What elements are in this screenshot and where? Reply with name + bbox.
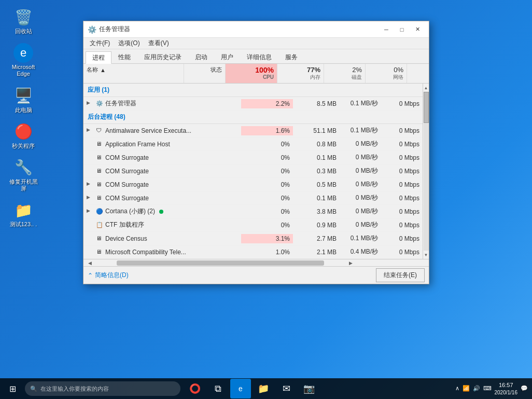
process-status — [200, 130, 241, 132]
process-name-cell: ▶ 🖥 COM Surrogate — [83, 180, 200, 189]
process-mem: 51.1 MB — [293, 126, 340, 135]
process-status — [200, 238, 241, 240]
process-mem: 0.9 MB — [293, 221, 340, 230]
test-folder-icon[interactable]: 📁 测试123.. . — [5, 198, 41, 230]
taskbar-search[interactable]: 🔍 在这里输入你要搜索的内容 — [25, 381, 180, 396]
taskbar-clock[interactable]: 16:57 2020/1/16 — [495, 381, 518, 395]
table-row[interactable]: ▶ ⚙️ 任务管理器 2.2% 8.5 MB 0.1 MB/秒 0 Mbps — [83, 97, 423, 111]
shutdown-icon[interactable]: 🔴 秒关程序 — [5, 120, 41, 152]
table-row[interactable]: ▶ 🔵 Cortana (小娜) (2) 0% 3.8 MB 0 MB/秒 0 … — [83, 205, 423, 218]
process-mem: 0.8 MB — [293, 140, 340, 149]
process-icon: 🖥 — [96, 168, 103, 175]
minimize-button[interactable]: ─ — [379, 23, 394, 36]
summary-button[interactable]: ⌃ 简略信息(D) — [88, 271, 129, 280]
process-disk: 0.4 MB/秒 — [340, 246, 381, 257]
window-controls: ─ □ ✕ — [379, 23, 425, 36]
scroll-thumb[interactable] — [424, 92, 429, 123]
cortana-button[interactable]: ⭕ — [185, 379, 205, 398]
col-disk[interactable]: 2% 磁盘 — [324, 64, 366, 83]
table-row[interactable]: 📋 CTF 加载程序 0% 0.9 MB 0 MB/秒 0 Mbps — [83, 218, 423, 232]
expand-icon[interactable]: ▶ — [87, 127, 94, 134]
process-name: Cortana (小娜) (2) — [105, 207, 155, 216]
table-row[interactable]: ▶ 🛡 Antimalware Service Executa... 1.6% … — [83, 124, 423, 137]
table-row[interactable]: 🖥 COM Surrogate 0% 0.1 MB 0 MB/秒 0 Mbps — [83, 151, 423, 164]
explorer-taskbar-button[interactable]: 📁 — [253, 379, 274, 398]
process-disk: 0 MB/秒 — [340, 139, 381, 149]
col-status[interactable]: 状态 — [184, 64, 226, 83]
col-cpu[interactable]: 100% CPU — [226, 64, 277, 83]
taskbar-right: ∧ 📶 🔊 ⌨ 16:57 2020/1/16 💬 — [455, 381, 533, 395]
taskbar-apps: ⭕ ⧉ e 📁 ✉ 📷 — [185, 379, 319, 398]
expand-icon[interactable]: ▶ — [87, 195, 94, 202]
tab-process[interactable]: 进程 — [86, 51, 111, 64]
fix-startup-icon[interactable]: 🔧 修复开机黑屏 — [5, 156, 41, 194]
process-name: COM Surrogate — [105, 181, 149, 188]
process-status — [200, 251, 241, 253]
table-body[interactable]: 应用 (1) ▶ ⚙️ 任务管理器 2.2% 8.5 MB 0.1 MB/秒 0… — [83, 84, 423, 259]
process-name-cell: ▶ 🛡 Antimalware Service Executa... — [83, 126, 200, 135]
process-icon: 🖥 — [96, 141, 103, 148]
vertical-scrollbar[interactable]: ▲ ▼ — [423, 84, 429, 259]
col-net[interactable]: 0% 网络 — [366, 64, 407, 83]
edge-icon[interactable]: e Microsoft Edge — [5, 41, 41, 79]
table-row[interactable]: ▶ 🖥 COM Surrogate 0% 0.1 MB 0 MB/秒 0 Mbp… — [83, 191, 423, 205]
horizontal-scrollbar[interactable]: ◀ ▶ — [83, 259, 429, 266]
scroll-up-button[interactable]: ▲ — [423, 84, 429, 92]
col-name[interactable]: 名称 ▲ — [83, 64, 184, 83]
close-button[interactable]: ✕ — [410, 23, 425, 36]
table-row[interactable]: 🖥 Device Census 3.1% 2.7 MB 0.1 MB/秒 0 M… — [83, 232, 423, 245]
expand-icon[interactable]: ▶ — [87, 100, 94, 107]
process-net: 0 Mbps — [381, 99, 423, 108]
camera-taskbar-button[interactable]: 📷 — [299, 379, 319, 398]
process-status — [200, 224, 241, 226]
process-mem: 0.1 MB — [293, 194, 340, 203]
tab-performance[interactable]: 性能 — [111, 51, 137, 63]
search-icon: 🔍 — [30, 386, 37, 392]
process-status — [200, 157, 241, 159]
tab-services[interactable]: 服务 — [278, 51, 304, 63]
maximize-button[interactable]: □ — [395, 23, 409, 36]
table-row[interactable]: 🖥 COM Surrogate 0% 0.3 MB 0 MB/秒 0 Mbps — [83, 164, 423, 178]
process-mem: 0.3 MB — [293, 167, 340, 176]
start-button[interactable]: ⊞ — [0, 378, 25, 399]
hscroll-left[interactable]: ◀ — [83, 260, 96, 266]
table-row[interactable]: 🖥 Microsoft Compatibility Tele... 1.0% 2… — [83, 245, 423, 259]
end-task-button[interactable]: 结束任务(E) — [376, 268, 425, 282]
col-mem[interactable]: 77% 内存 — [277, 64, 324, 83]
process-mem: 0.5 MB — [293, 180, 340, 189]
hscroll-thumb[interactable] — [117, 260, 324, 266]
tab-bar: 进程 性能 应用历史记录 启动 用户 详细信息 服务 — [83, 49, 429, 64]
process-disk: 0 MB/秒 — [340, 152, 381, 163]
recycle-bin-icon[interactable]: 🗑️ 回收站 — [5, 5, 41, 37]
tab-details[interactable]: 详细信息 — [240, 51, 278, 63]
table-row[interactable]: ▶ 🖥 COM Surrogate 0% 0.5 MB 0 MB/秒 0 Mbp… — [83, 178, 423, 191]
notification-icon[interactable]: 💬 — [521, 385, 528, 392]
task-view-button[interactable]: ⧉ — [207, 379, 228, 398]
process-disk: 0.1 MB/秒 — [340, 98, 381, 109]
edge-taskbar-button[interactable]: e — [230, 379, 251, 398]
table-row[interactable]: 🖥 Application Frame Host 0% 0.8 MB 0 MB/… — [83, 137, 423, 151]
process-net: 0 Mbps — [381, 234, 423, 243]
expand-icon[interactable]: ▶ — [87, 181, 94, 188]
scroll-down-button[interactable]: ▼ — [423, 251, 429, 259]
tab-app-history[interactable]: 应用历史记录 — [137, 51, 188, 63]
process-mem: 2.1 MB — [293, 247, 340, 257]
process-status — [200, 143, 241, 145]
process-cpu: 0% — [241, 153, 293, 162]
expand-icon[interactable]: ▶ — [87, 208, 94, 215]
tab-startup[interactable]: 启动 — [188, 51, 214, 63]
scroll-track[interactable] — [424, 92, 429, 251]
bottom-bar: ⌃ 简略信息(D) 结束任务(E) — [83, 266, 429, 284]
hscroll-right[interactable]: ▶ — [345, 260, 357, 266]
my-computer-icon[interactable]: 🖥️ 此电脑 — [5, 84, 41, 116]
menu-view[interactable]: 查看(V) — [144, 38, 173, 49]
menubar: 文件(F) 选项(O) 查看(V) — [83, 38, 429, 49]
process-name: CTF 加载程序 — [105, 221, 144, 229]
process-icon: 🔵 — [96, 208, 103, 215]
window-icon: ⚙️ — [88, 25, 96, 34]
menu-file[interactable]: 文件(F) — [86, 38, 114, 49]
tray-icon-chevron[interactable]: ∧ — [455, 385, 459, 392]
menu-options[interactable]: 选项(O) — [114, 38, 144, 49]
tab-users[interactable]: 用户 — [214, 51, 240, 63]
mail-taskbar-button[interactable]: ✉ — [276, 379, 297, 398]
